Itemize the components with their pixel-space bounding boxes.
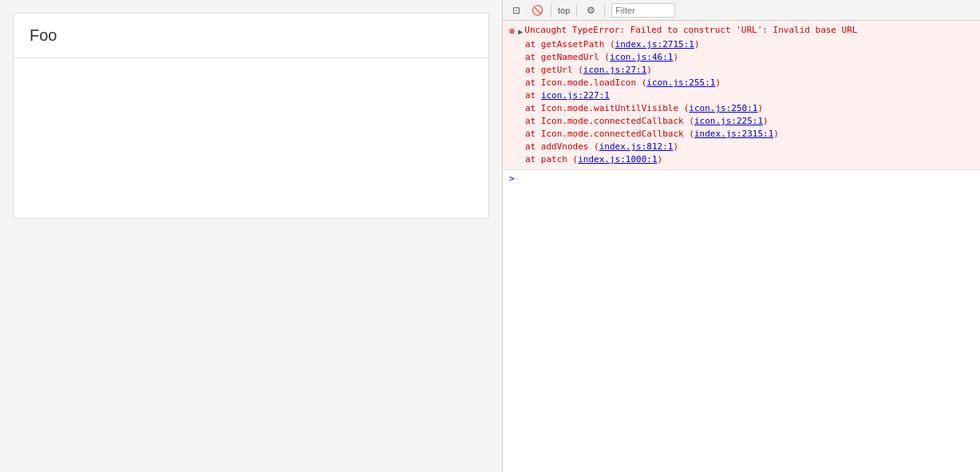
console-input-line: > bbox=[503, 169, 980, 187]
console-area: ⊗ ▶ Uncaught TypeError: Failed to constr… bbox=[503, 21, 980, 472]
error-message: Uncaught TypeError: Failed to construct … bbox=[524, 24, 857, 37]
console-chevron: > bbox=[509, 173, 515, 184]
toolbar-divider-3 bbox=[604, 4, 605, 17]
stack-link-0[interactable]: index.js:2715:1 bbox=[615, 39, 694, 50]
settings-icon[interactable]: ⚙ bbox=[583, 3, 598, 18]
error-block: ⊗ ▶ Uncaught TypeError: Failed to constr… bbox=[503, 21, 980, 169]
devtools-console: ⊡ 🚫 top ⚙ ⊗ ▶ Uncaught TypeError: Failed… bbox=[503, 0, 980, 472]
toolbar-divider-2 bbox=[576, 4, 577, 17]
filter-input[interactable] bbox=[611, 3, 675, 18]
stack-link-1[interactable]: icon.js:46:1 bbox=[610, 52, 673, 62]
top-label: top bbox=[558, 6, 570, 15]
devtools-toolbar: ⊡ 🚫 top ⚙ bbox=[503, 0, 980, 21]
toolbar-divider bbox=[551, 4, 551, 17]
stack-link-5[interactable]: icon.js:250:1 bbox=[689, 103, 757, 113]
stack-frame-4: at icon.js:227:1 bbox=[525, 89, 974, 102]
stack-frame-1: at getNamedUrl (icon.js:46:1) bbox=[525, 51, 974, 64]
card-body bbox=[14, 58, 488, 218]
stack-trace: at getAssetPath (index.js:2715:1) at get… bbox=[509, 38, 974, 166]
stack-frame-3: at Icon.mode.loadIcon (icon.js:255:1) bbox=[525, 77, 974, 89]
stack-link-2[interactable]: icon.js:27:1 bbox=[583, 65, 646, 75]
stack-frame-5: at Icon.mode.waitUntilVisible (icon.js:2… bbox=[525, 102, 974, 115]
stack-link-7[interactable]: index.js:2315:1 bbox=[694, 129, 773, 139]
error-main-line: ⊗ ▶ Uncaught TypeError: Failed to constr… bbox=[509, 24, 974, 38]
stack-frame-0: at getAssetPath (index.js:2715:1) bbox=[525, 38, 974, 51]
stack-link-3[interactable]: icon.js:255:1 bbox=[646, 77, 715, 88]
left-panel: Foo bbox=[0, 0, 503, 472]
stack-link-8[interactable]: index.js:812:1 bbox=[599, 141, 674, 152]
expand-triangle[interactable]: ▶ bbox=[518, 26, 523, 38]
stack-link-4[interactable]: icon.js:227:1 bbox=[541, 90, 610, 101]
stack-frame-9: at patch (index.js:1000:1) bbox=[525, 153, 974, 166]
error-icon: ⊗ bbox=[509, 25, 515, 38]
stack-link-9[interactable]: index.js:1000:1 bbox=[578, 154, 657, 165]
clear-icon[interactable]: 🚫 bbox=[530, 3, 544, 18]
card-title: Foo bbox=[14, 14, 488, 58]
preview-card: Foo bbox=[13, 13, 489, 219]
stack-frame-6: at Icon.mode.connectedCallback (icon.js:… bbox=[525, 115, 974, 128]
stack-frame-2: at getUrl (icon.js:27:1) bbox=[525, 64, 974, 77]
console-icon[interactable]: ⊡ bbox=[509, 3, 524, 18]
stack-frame-7: at Icon.mode.connectedCallback (index.js… bbox=[525, 128, 974, 141]
stack-link-6[interactable]: icon.js:225:1 bbox=[694, 116, 763, 126]
stack-frame-8: at addVnodes (index.js:812:1) bbox=[525, 141, 974, 153]
